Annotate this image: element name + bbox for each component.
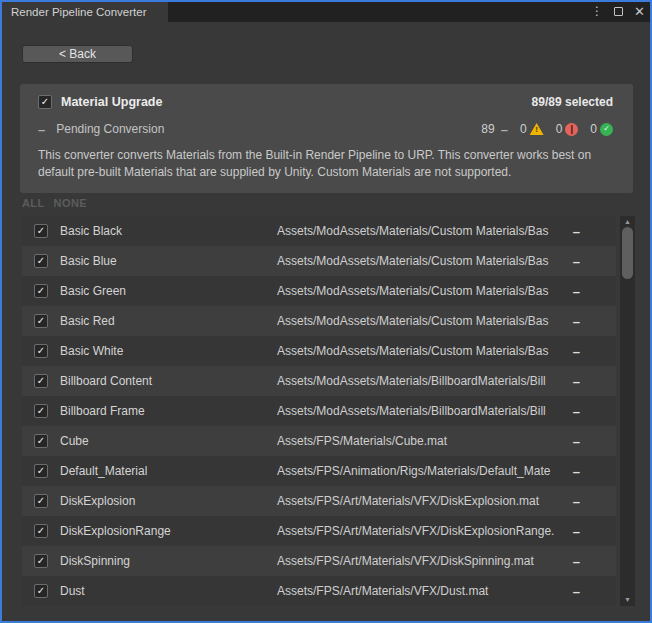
material-name: DiskExplosionRange xyxy=(60,524,171,538)
error-count: 0 xyxy=(556,122,563,136)
material-path: Assets/FPS/Art/Materials/VFX/Dust.mat xyxy=(277,584,563,598)
scrollbar-thumb[interactable] xyxy=(622,227,633,279)
pending-minus-icon: – xyxy=(501,123,508,136)
check-icon: ✓ xyxy=(37,526,45,536)
material-path: Assets/ModAssets/Materials/Custom Materi… xyxy=(277,254,563,268)
table-row[interactable]: ✓ DiskExplosion Assets/FPS/Art/Materials… xyxy=(22,486,616,516)
warning-icon: ! xyxy=(530,123,544,135)
pending-conversion-label: Pending Conversion xyxy=(56,122,164,136)
check-icon: ✓ xyxy=(37,586,45,596)
material-name: Cube xyxy=(60,434,89,448)
table-row[interactable]: ✓ DiskExplosionRange Assets/FPS/Art/Mate… xyxy=(22,516,616,546)
converter-title: Material Upgrade xyxy=(61,95,162,109)
table-row[interactable]: ✓ Default_Material Assets/FPS/Animation/… xyxy=(22,456,616,486)
converter-panel[interactable]: ✓ Material Upgrade 89/89 selected – Pend… xyxy=(20,84,633,193)
check-icon: ✓ xyxy=(37,496,45,506)
table-row[interactable]: ✓ DiskSpinning Assets/FPS/Art/Materials/… xyxy=(22,546,616,576)
row-status-minus-icon: – xyxy=(573,495,580,508)
row-status-minus-icon: – xyxy=(573,285,580,298)
collapse-minus-icon[interactable]: – xyxy=(38,123,45,136)
titlebar: Render Pipeline Converter ⋮ ✕ xyxy=(0,0,652,22)
material-name: Basic Green xyxy=(60,284,126,298)
row-status-minus-icon: – xyxy=(573,225,580,238)
check-icon: ✓ xyxy=(37,226,45,236)
material-name: Basic Red xyxy=(60,314,115,328)
material-name: DiskExplosion xyxy=(60,494,135,508)
material-path: Assets/FPS/Art/Materials/VFX/DiskSpinnin… xyxy=(277,554,563,568)
material-name: Basic Blue xyxy=(60,254,117,268)
material-path: Assets/ModAssets/Materials/BillboardMate… xyxy=(277,404,563,418)
check-icon: ✓ xyxy=(37,466,45,476)
material-name: Dust xyxy=(60,584,85,598)
row-checkbox[interactable]: ✓ xyxy=(34,254,48,268)
material-name: Default_Material xyxy=(60,464,147,478)
success-count: 0 xyxy=(590,122,597,136)
row-status-minus-icon: – xyxy=(573,255,580,268)
window-menu-icon[interactable]: ⋮ xyxy=(591,5,603,17)
table-row[interactable]: ✓ Billboard Content Assets/ModAssets/Mat… xyxy=(22,366,616,396)
close-icon[interactable]: ✕ xyxy=(634,5,645,18)
row-status-minus-icon: – xyxy=(573,315,580,328)
check-icon: ✓ xyxy=(37,256,45,266)
material-list: ✓ Basic Black Assets/ModAssets/Materials… xyxy=(22,216,616,606)
material-name: DiskSpinning xyxy=(60,554,130,568)
row-status-minus-icon: – xyxy=(573,345,580,358)
material-name: Basic Black xyxy=(60,224,122,238)
table-row[interactable]: ✓ Cube Assets/FPS/Materials/Cube.mat – xyxy=(22,426,616,456)
table-row[interactable]: ✓ Basic Blue Assets/ModAssets/Materials/… xyxy=(22,246,616,276)
row-checkbox[interactable]: ✓ xyxy=(34,434,48,448)
scrollbar[interactable]: ▲ ▼ xyxy=(620,216,635,606)
table-row[interactable]: ✓ Basic Green Assets/ModAssets/Materials… xyxy=(22,276,616,306)
row-checkbox[interactable]: ✓ xyxy=(34,584,48,598)
selected-count: 89/89 selected xyxy=(532,95,613,109)
material-name: Billboard Frame xyxy=(60,404,145,418)
row-status-minus-icon: – xyxy=(573,525,580,538)
row-checkbox[interactable]: ✓ xyxy=(34,404,48,418)
scroll-down-icon[interactable]: ▼ xyxy=(620,595,635,605)
row-checkbox[interactable]: ✓ xyxy=(34,494,48,508)
check-icon: ✓ xyxy=(37,316,45,326)
row-checkbox[interactable]: ✓ xyxy=(34,314,48,328)
row-checkbox[interactable]: ✓ xyxy=(34,464,48,478)
check-icon: ✓ xyxy=(37,346,45,356)
window-tab[interactable]: Render Pipeline Converter xyxy=(2,2,168,22)
row-checkbox[interactable]: ✓ xyxy=(34,344,48,358)
material-path: Assets/FPS/Materials/Cube.mat xyxy=(277,434,563,448)
check-icon: ✓ xyxy=(37,286,45,296)
select-none-button[interactable]: NONE xyxy=(54,197,87,209)
table-row[interactable]: ✓ Billboard Frame Assets/ModAssets/Mater… xyxy=(22,396,616,426)
maximize-icon[interactable] xyxy=(614,7,623,16)
table-row[interactable]: ✓ Basic White Assets/ModAssets/Materials… xyxy=(22,336,616,366)
row-status-minus-icon: – xyxy=(573,555,580,568)
material-name: Billboard Content xyxy=(60,374,152,388)
row-checkbox[interactable]: ✓ xyxy=(34,224,48,238)
scroll-up-icon[interactable]: ▲ xyxy=(620,217,635,227)
row-checkbox[interactable]: ✓ xyxy=(34,524,48,538)
select-all-button[interactable]: ALL xyxy=(22,197,45,209)
error-icon: ❙ xyxy=(565,123,578,136)
material-path: Assets/ModAssets/Materials/Custom Materi… xyxy=(277,314,563,328)
row-checkbox[interactable]: ✓ xyxy=(34,554,48,568)
row-status-minus-icon: – xyxy=(573,435,580,448)
material-path: Assets/FPS/Art/Materials/VFX/DiskExplosi… xyxy=(277,494,563,508)
list-controls: ALL NONE xyxy=(22,197,87,209)
window-title: Render Pipeline Converter xyxy=(11,6,147,18)
row-checkbox[interactable]: ✓ xyxy=(34,284,48,298)
check-icon: ✓ xyxy=(37,376,45,386)
check-icon: ✓ xyxy=(37,556,45,566)
row-status-minus-icon: – xyxy=(573,465,580,478)
check-icon: ✓ xyxy=(37,436,45,446)
material-path: Assets/ModAssets/Materials/Custom Materi… xyxy=(277,344,563,358)
render-pipeline-converter-window: Render Pipeline Converter ⋮ ✕ < Back ✓ M… xyxy=(0,0,652,623)
converter-checkbox[interactable]: ✓ xyxy=(38,95,52,109)
warning-count: 0 xyxy=(520,122,527,136)
material-path: Assets/FPS/Art/Materials/VFX/DiskExplosi… xyxy=(277,524,563,538)
check-icon: ✓ xyxy=(37,406,45,416)
table-row[interactable]: ✓ Dust Assets/FPS/Art/Materials/VFX/Dust… xyxy=(22,576,616,606)
row-checkbox[interactable]: ✓ xyxy=(34,374,48,388)
row-status-minus-icon: – xyxy=(573,375,580,388)
table-row[interactable]: ✓ Basic Black Assets/ModAssets/Materials… xyxy=(22,216,616,246)
back-button[interactable]: < Back xyxy=(22,45,133,63)
material-path: Assets/ModAssets/Materials/BillboardMate… xyxy=(277,374,563,388)
table-row[interactable]: ✓ Basic Red Assets/ModAssets/Materials/C… xyxy=(22,306,616,336)
